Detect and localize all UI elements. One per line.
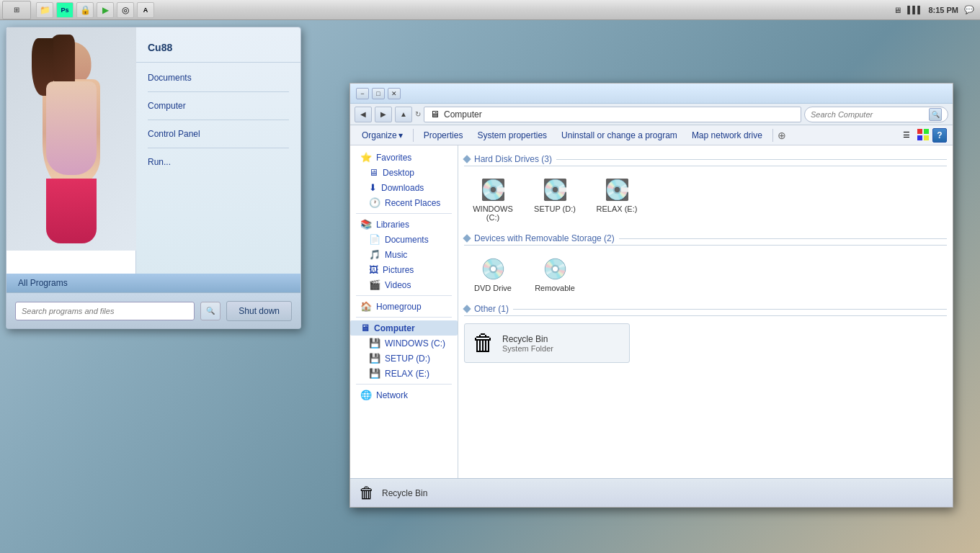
all-programs-button[interactable]: All Programs — [6, 274, 300, 292]
removable-section-diamond — [463, 234, 471, 242]
start-menu-item-control-panel[interactable]: Control Panel — [136, 125, 300, 143]
explorer-window: − □ ✕ ◀ ▶ ▲ ↻ 🖥 Computer 🔍 Organize ▾ Pr… — [349, 83, 953, 508]
other-items: 🗑 Recycle Bin System Folder — [464, 319, 947, 367]
windows-c-icon: 💾 — [369, 338, 380, 349]
sidebar-item-homegroup[interactable]: 🏠 Homegroup — [350, 299, 458, 314]
start-search-input[interactable] — [15, 302, 195, 320]
sidebar-item-relax-e[interactable]: 💾 RELAX (E:) — [350, 366, 458, 381]
sidebar-item-pictures[interactable]: 🖼 Pictures — [350, 262, 458, 277]
hard-disk-section-line — [556, 159, 947, 160]
music-icon: 🎵 — [369, 249, 380, 260]
drive-c-item[interactable]: 💽 WINDOWS (C:) — [464, 174, 522, 226]
color-yellow — [924, 135, 929, 140]
explorer-content: Hard Disk Drives (3) 💽 WINDOWS (C:) 💽 SE… — [458, 145, 953, 478]
sidebar-item-videos[interactable]: 🎬 Videos — [350, 277, 458, 292]
start-search-button[interactable]: 🔍 — [200, 302, 220, 320]
homegroup-icon: 🏠 — [360, 301, 372, 312]
sidebar-item-desktop[interactable]: 🖥 Desktop — [350, 165, 458, 180]
sidebar-item-recent[interactable]: 🕐 Recent Places — [350, 195, 458, 210]
start-menu-item-run[interactable]: Run... — [136, 153, 300, 171]
sidebar-sep-3 — [356, 317, 452, 318]
recent-places-icon: 🕐 — [369, 197, 380, 208]
start-menu-item-documents[interactable]: Documents — [136, 68, 300, 87]
sidebar-item-setup-d[interactable]: 💾 SETUP (D:) — [350, 351, 458, 366]
forward-button[interactable]: ▶ — [375, 107, 392, 122]
computer-sidebar-icon: 🖥 — [360, 323, 370, 333]
system-properties-button[interactable]: System properties — [471, 127, 553, 143]
removable-1-item[interactable]: 💿 DVD Drive — [464, 253, 522, 297]
start-menu-body: Cu88 Documents Computer Control Panel Ru… — [6, 27, 300, 274]
explorer-toolbar: Organize ▾ Properties System properties … — [350, 125, 953, 145]
view-icon[interactable]: ☰ — [899, 128, 914, 143]
explorer-titlebar: − □ ✕ — [350, 84, 953, 104]
libraries-icon: 📚 — [360, 219, 372, 230]
sidebar-item-windows-c[interactable]: 💾 WINDOWS (C:) — [350, 336, 458, 351]
drive-d-icon: 💽 — [543, 178, 568, 202]
recycle-bin-item[interactable]: 🗑 Recycle Bin System Folder — [464, 323, 630, 363]
address-text: Computer — [444, 109, 482, 120]
close-button[interactable]: ✕ — [388, 88, 401, 99]
toolbar-sep-1 — [413, 129, 414, 142]
removable-section-line — [619, 238, 947, 239]
start-button[interactable]: ⊞ — [2, 1, 31, 19]
other-section-diamond — [463, 305, 471, 313]
address-bar[interactable]: 🖥 Computer — [424, 107, 801, 122]
properties-button[interactable]: Properties — [418, 127, 469, 143]
organize-chevron-icon: ▾ — [398, 130, 403, 140]
taskbar-acrobat-icon[interactable]: A — [137, 2, 154, 18]
downloads-icon: ⬇ — [369, 182, 377, 193]
back-button[interactable]: ◀ — [355, 107, 372, 122]
sidebar-item-downloads[interactable]: ⬇ Downloads — [350, 180, 458, 195]
removable-2-icon: 💿 — [543, 257, 568, 281]
clock: 8:15 PM — [928, 6, 958, 14]
help-button[interactable]: ? — [932, 128, 947, 143]
toolbar-view-controls: ☰ ? — [899, 128, 947, 143]
relax-e-icon: 💾 — [369, 368, 380, 379]
taskbar-system-tray: 🖥 ▌▌▌ 8:15 PM 💬 — [894, 5, 980, 14]
uninstall-button[interactable]: Uninstall or change a program — [556, 127, 683, 143]
start-menu-item-computer[interactable]: Computer — [136, 96, 300, 115]
search-go-button[interactable]: 🔍 — [929, 108, 942, 121]
removable-items: 💿 DVD Drive 💿 Removable — [464, 248, 947, 301]
sidebar-item-computer[interactable]: 🖥 Computer — [350, 320, 458, 336]
sidebar-item-music[interactable]: 🎵 Music — [350, 247, 458, 262]
taskbar-ps-icon[interactable]: Ps — [56, 2, 74, 18]
map-network-button[interactable]: Map network drive — [686, 127, 768, 143]
sidebar-sep-2 — [356, 295, 452, 296]
search-box[interactable]: 🔍 — [804, 107, 948, 122]
setup-d-icon: 💾 — [369, 353, 380, 364]
hard-disk-section-diamond — [463, 155, 471, 163]
minimize-button[interactable]: − — [356, 88, 369, 99]
menu-separator-3 — [148, 148, 289, 148]
videos-icon: 🎬 — [369, 279, 380, 290]
drive-d-item[interactable]: 💽 SETUP (D:) — [526, 174, 584, 226]
color-red — [917, 129, 922, 134]
organize-button[interactable]: Organize ▾ — [356, 127, 409, 143]
sidebar-item-libraries[interactable]: 📚 Libraries — [350, 217, 458, 232]
removable-2-item[interactable]: 💿 Removable — [526, 253, 584, 297]
recycle-bin-name: Recycle Bin — [502, 334, 553, 344]
taskbar-folder-icon[interactable]: 📁 — [36, 2, 53, 18]
color-button[interactable] — [915, 129, 931, 142]
documents-icon: 📄 — [369, 234, 380, 245]
color-blue — [917, 135, 922, 140]
search-input[interactable] — [811, 110, 926, 119]
network-icon: 🌐 — [360, 390, 372, 400]
sidebar-item-favorites[interactable]: ⭐ Favorites — [350, 150, 458, 165]
taskbar-chrome-icon[interactable]: ◎ — [117, 2, 134, 18]
taskbar-lock-icon[interactable]: 🔒 — [76, 2, 94, 18]
username-display: Cu88 — [136, 36, 300, 63]
taskbar-play-icon[interactable]: ▶ — [97, 2, 114, 18]
hard-disk-items: 💽 WINDOWS (C:) 💽 SETUP (D:) 💽 RELAX (E:) — [464, 169, 947, 230]
sidebar-sep-1 — [356, 213, 452, 214]
sidebar-item-documents[interactable]: 📄 Documents — [350, 232, 458, 247]
shutdown-button[interactable]: Shut down — [226, 301, 292, 321]
maximize-button[interactable]: □ — [372, 88, 385, 99]
up-button[interactable]: ▲ — [395, 107, 412, 122]
drive-c-label: WINDOWS (C:) — [467, 204, 519, 222]
computer-icon: 🖥 — [430, 109, 440, 120]
monitor-icon: 🖥 — [894, 6, 901, 14]
drive-e-item[interactable]: 💽 RELAX (E:) — [588, 174, 646, 226]
sidebar-item-network[interactable]: 🌐 Network — [350, 387, 458, 403]
bottom-recycle-icon: 🗑 — [359, 484, 375, 503]
